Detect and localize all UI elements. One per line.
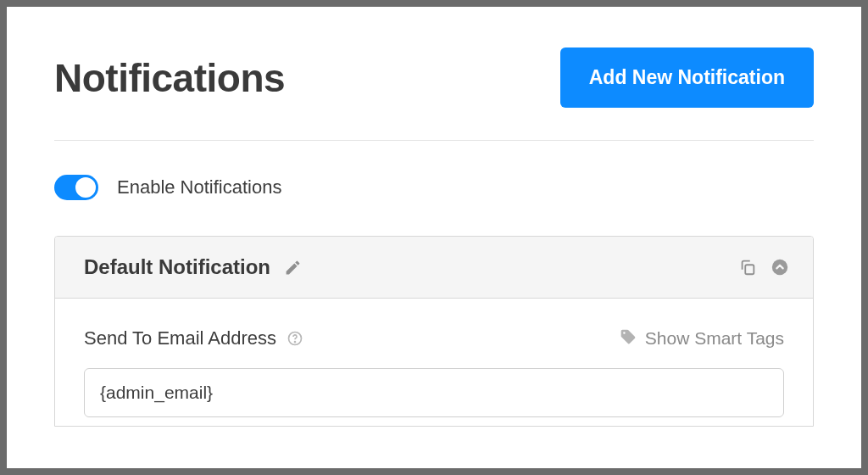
notification-title: Default Notification bbox=[84, 255, 270, 279]
send-to-label: Send To Email Address bbox=[84, 327, 276, 349]
add-notification-button[interactable]: Add New Notification bbox=[560, 48, 814, 108]
enable-notifications-row: Enable Notifications bbox=[54, 175, 814, 200]
svg-point-3 bbox=[295, 342, 296, 343]
tag-icon bbox=[620, 328, 637, 349]
field-header: Send To Email Address Show Smart Tags bbox=[84, 327, 784, 349]
page-title: Notifications bbox=[54, 55, 285, 101]
svg-point-1 bbox=[772, 260, 787, 275]
copy-icon[interactable] bbox=[738, 258, 757, 277]
send-to-email-input[interactable] bbox=[84, 368, 784, 417]
svg-rect-0 bbox=[745, 265, 754, 274]
help-icon[interactable] bbox=[287, 330, 303, 347]
notification-card: Default Notification Send To Email Addre… bbox=[54, 236, 814, 427]
notification-card-header: Default Notification bbox=[55, 237, 813, 299]
edit-icon[interactable] bbox=[284, 259, 302, 277]
header-row: Notifications Add New Notification bbox=[54, 48, 814, 108]
collapse-icon[interactable] bbox=[771, 258, 789, 277]
enable-notifications-toggle[interactable] bbox=[54, 175, 98, 200]
card-header-left: Default Notification bbox=[84, 255, 302, 279]
field-label-wrap: Send To Email Address bbox=[84, 327, 303, 349]
show-smart-tags-label: Show Smart Tags bbox=[645, 328, 784, 349]
show-smart-tags-link[interactable]: Show Smart Tags bbox=[620, 328, 784, 349]
divider bbox=[54, 140, 814, 141]
enable-notifications-label: Enable Notifications bbox=[117, 176, 281, 198]
notification-card-body: Send To Email Address Show Smart Tags bbox=[55, 299, 813, 426]
card-header-right bbox=[738, 258, 789, 277]
notifications-panel: Notifications Add New Notification Enabl… bbox=[7, 7, 861, 468]
toggle-knob bbox=[75, 177, 96, 198]
